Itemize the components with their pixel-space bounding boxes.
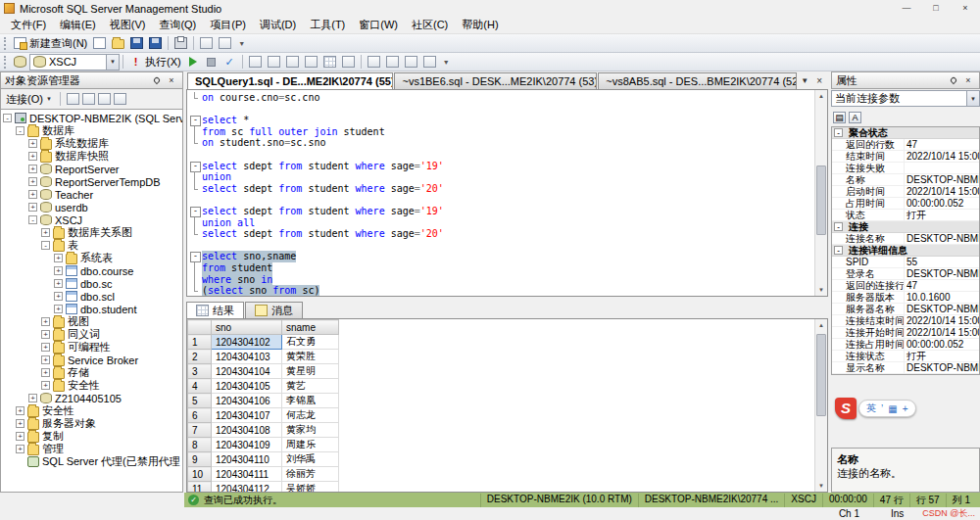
property-row[interactable]: 连接失败 xyxy=(832,163,979,174)
menu-item[interactable]: 项目(P) xyxy=(203,16,253,34)
column-header[interactable]: sname xyxy=(282,320,339,335)
expand-icon[interactable]: + xyxy=(41,228,50,237)
toolbar-overflow-chevron[interactable]: ▼ xyxy=(439,59,454,66)
row-header[interactable]: 10 xyxy=(188,467,212,482)
expand-icon[interactable]: + xyxy=(54,254,63,262)
tree-item[interactable]: +服务器对象 xyxy=(1,417,182,430)
connect-button[interactable]: 连接(O) ▼ xyxy=(4,91,54,108)
expand-icon[interactable]: + xyxy=(28,139,37,148)
chevron-down-icon[interactable]: ▼ xyxy=(966,91,979,106)
tree-item[interactable]: -XSCJ xyxy=(1,213,182,226)
code-line[interactable]: select sdept from student where sage='20… xyxy=(189,228,814,240)
tree-item[interactable]: +可编程性 xyxy=(1,341,182,354)
collapse-icon[interactable]: - xyxy=(28,215,37,224)
print-button[interactable] xyxy=(172,35,190,52)
expand-icon[interactable]: + xyxy=(16,419,24,428)
results-tab[interactable]: 结果 xyxy=(186,302,244,318)
tree-item[interactable]: -表 xyxy=(1,239,182,252)
property-section[interactable]: -连接 xyxy=(832,221,979,233)
refresh-icon[interactable] xyxy=(98,93,111,105)
categorized-sort-icon[interactable]: ▤ xyxy=(833,112,846,123)
row-header[interactable]: 4 xyxy=(188,379,212,394)
tree-item[interactable]: +dbo.student xyxy=(1,303,182,315)
tree-item[interactable]: +ReportServer xyxy=(1,163,182,175)
grid-cell[interactable]: 1204304104 xyxy=(212,364,282,379)
grid-corner[interactable] xyxy=(188,320,212,335)
property-row[interactable]: 启动时间2022/10/14 15:00:3 xyxy=(832,186,979,198)
expand-icon[interactable]: + xyxy=(41,381,50,390)
row-header[interactable]: 11 xyxy=(188,482,212,493)
ime-icon[interactable]: ’ xyxy=(881,403,883,414)
expand-icon[interactable]: + xyxy=(16,445,24,453)
menu-item[interactable]: 视图(V) xyxy=(103,16,153,34)
code-line[interactable] xyxy=(189,240,814,252)
outdent-button[interactable] xyxy=(402,54,420,71)
registered-servers-button[interactable] xyxy=(216,35,234,52)
grid-cell[interactable]: 1204304107 xyxy=(212,408,282,423)
fold-margin[interactable] xyxy=(189,206,202,217)
expand-icon[interactable]: + xyxy=(54,279,63,288)
expand-icon[interactable]: + xyxy=(41,355,50,364)
grid-cell[interactable]: 1204304109 xyxy=(212,438,282,452)
collapse-icon[interactable]: - xyxy=(834,222,843,231)
tree-item[interactable]: +安全性 xyxy=(1,404,182,417)
code-line[interactable]: union xyxy=(189,171,814,183)
expand-icon[interactable]: + xyxy=(28,203,37,212)
disconnect-icon[interactable] xyxy=(67,93,79,105)
fold-margin[interactable] xyxy=(189,115,202,126)
row-header[interactable]: 9 xyxy=(188,452,212,467)
tree-item[interactable]: +userdb xyxy=(1,201,182,213)
results-to-grid-button[interactable] xyxy=(320,54,339,71)
grid-cell[interactable]: 黄艺 xyxy=(282,379,339,394)
save-button[interactable] xyxy=(127,35,146,52)
fold-margin[interactable] xyxy=(189,251,202,262)
menu-item[interactable]: 编辑(E) xyxy=(53,16,103,34)
grid-cell[interactable]: 吴娇娇 xyxy=(282,482,339,493)
code-line[interactable]: on course.cno=sc.cno xyxy=(189,92,814,104)
grid-cell[interactable]: 徐丽芳 xyxy=(282,467,339,482)
results-to-file-button[interactable] xyxy=(339,54,358,71)
property-row[interactable]: 结束时间2022/10/14 15:00:3 xyxy=(832,151,979,163)
grid-cell[interactable]: 1204304106 xyxy=(212,394,282,408)
menu-item[interactable]: 工具(T) xyxy=(303,16,352,34)
grid-cell[interactable]: 1204304112 xyxy=(212,482,282,493)
open-file-button[interactable] xyxy=(109,35,127,52)
scrollbar-track[interactable] xyxy=(815,331,827,480)
grid-cell[interactable]: 1204304105 xyxy=(212,379,282,394)
query-options-button[interactable] xyxy=(265,54,283,71)
activity-monitor-button[interactable] xyxy=(197,35,216,52)
row-header[interactable]: 6 xyxy=(188,408,212,423)
menu-item[interactable]: 帮助(H) xyxy=(455,16,505,34)
stop-process-icon[interactable] xyxy=(82,93,95,105)
expand-icon[interactable]: + xyxy=(28,394,37,402)
close-document-icon[interactable]: × xyxy=(813,75,825,86)
scroll-down-icon[interactable]: ▼ xyxy=(815,480,827,492)
grid-cell[interactable]: 1204304102 xyxy=(212,335,282,350)
property-row[interactable]: 服务器名称DESKTOP-NBME2IK xyxy=(832,304,979,315)
ime-icon[interactable]: ▦ xyxy=(888,403,897,414)
save-all-button[interactable] xyxy=(146,35,165,52)
show-estimated-plan-button[interactable] xyxy=(246,54,265,71)
results-to-text-button[interactable] xyxy=(302,54,320,71)
sogou-logo-icon[interactable]: S xyxy=(835,398,857,419)
property-row[interactable]: 名称DESKTOP-NBME2IK xyxy=(832,174,979,186)
grid-cell[interactable]: 1204304103 xyxy=(212,350,282,364)
property-section[interactable]: -连接详细信息 xyxy=(832,245,979,257)
code-line[interactable]: on student.sno=sc.sno xyxy=(189,137,814,149)
comment-button[interactable] xyxy=(365,54,383,71)
expand-icon[interactable]: + xyxy=(16,432,24,441)
grid-cell[interactable]: 刘华禹 xyxy=(282,452,339,467)
expand-icon[interactable]: + xyxy=(54,305,63,313)
ime-icon[interactable]: + xyxy=(903,403,908,414)
menu-item[interactable]: 调试(D) xyxy=(253,16,303,34)
code-line[interactable]: select sno,sname xyxy=(189,251,814,262)
menu-item[interactable]: 窗口(W) xyxy=(352,16,405,34)
close-button[interactable]: × xyxy=(951,0,980,17)
tree-item[interactable]: +系统数据库 xyxy=(1,137,182,150)
cancel-query-button[interactable] xyxy=(202,54,220,71)
property-row[interactable]: 连接状态打开 xyxy=(832,351,979,362)
scrollbar-track[interactable] xyxy=(815,102,827,284)
scroll-up-icon[interactable]: ▲ xyxy=(815,319,827,331)
grid-cell[interactable]: 黄星明 xyxy=(282,364,339,379)
property-row[interactable]: 连接开始时间2022/10/14 15:00:3 xyxy=(832,327,979,339)
